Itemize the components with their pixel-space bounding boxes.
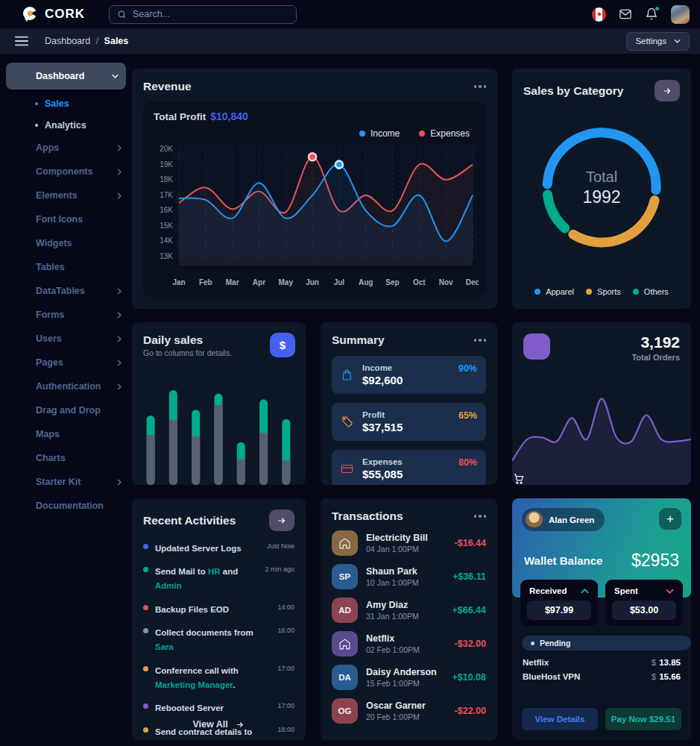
move-icon [14,404,27,417]
status-dot-icon [143,605,148,610]
summary-row-income: Income$92,600 90% [332,356,486,394]
view-details-button[interactable]: View Details [522,708,598,730]
dollar-button[interactable]: $ [270,333,295,357]
navbar-actions [592,5,690,24]
svg-text:14K: 14K [160,236,173,245]
breadcrumb-section[interactable]: Dashboard [45,36,90,46]
book-icon [14,500,27,513]
sidebar-item-charts[interactable]: Charts [0,446,132,470]
wallet-card: Alan Green + Wallet Balance $2953 Receiv… [512,498,691,740]
svg-text:Mar: Mar [226,278,239,286]
sidebar-item-apps[interactable]: Apps [0,136,132,160]
transaction-row[interactable]: DADaisy Anderson15 Feb 1:00PM +$10.08 [332,665,486,690]
pie-icon [14,452,27,465]
sidebar-item-dashboard[interactable]: Dashboard [6,63,126,90]
activity-row: Backup Files EOD 14:00 [143,603,294,617]
legend-item: Sports [586,287,621,296]
home-icon [332,530,358,556]
sidebar-item-font-icons[interactable]: Font Icons [0,207,132,231]
activity-time: Just Now [267,542,294,556]
transaction-row[interactable]: Electricity Bill04 Jan 1:00PM -$16.44 [332,530,486,556]
svg-text:19K: 19K [160,160,173,169]
view-all-link[interactable]: View All [132,719,306,730]
chevron-down-icon [112,74,119,78]
chevron-right-icon [117,360,122,366]
sidebar-item-datatables[interactable]: DataTables [0,279,132,303]
transaction-row[interactable]: SPShaun Park10 Jan 1:00PM +$36.11 [332,564,486,589]
svg-text:Apr: Apr [253,278,265,286]
wallet-user-avatar [526,511,543,528]
transaction-amount: +$66.44 [452,605,486,615]
summary-title: Summary [332,333,385,347]
lock-icon [14,380,27,393]
sidebar-item-maps[interactable]: Maps [0,422,132,446]
mail-icon[interactable] [619,7,632,21]
transactions-title: Transactions [332,510,403,523]
chevron-up-icon [581,589,589,594]
sidebar-item-authentication[interactable]: Authentication [0,374,132,398]
terminal-icon [14,476,27,489]
svg-text:May: May [279,278,294,286]
transaction-amount: -$32.00 [455,639,486,649]
cart-button[interactable] [523,333,550,360]
transaction-list: Electricity Bill04 Jan 1:00PM -$16.44SPS… [332,530,486,724]
hamburger-menu-icon[interactable] [15,36,28,46]
transaction-row[interactable]: ADAmy Diaz31 Jan 1:00PM +$66.44 [332,598,486,623]
sidebar-item-pages[interactable]: Pages [0,351,132,374]
svg-text:Nov: Nov [439,278,453,286]
transaction-row[interactable]: OGOscar Garner20 Feb 1:00PM -$22.00 [332,698,486,724]
wallet-user-pill[interactable]: Alan Green [522,508,605,531]
initials-badge: OG [332,698,358,724]
summary-percent: 90% [458,363,477,374]
user-avatar[interactable] [671,5,690,24]
tag-icon [341,416,353,428]
sidebar-item-components[interactable]: Components [0,160,132,184]
arrow-right-button[interactable] [655,80,680,101]
legend-item: Apparel [535,287,574,296]
sidebar-item-drag-and-drop[interactable]: Drag and Drop [0,398,132,422]
add-button[interactable]: + [659,508,681,530]
summary-percent: 65% [458,410,477,421]
spent-panel[interactable]: Spent $53.00 [605,580,683,626]
sidebar-item-tables[interactable]: Tables [0,255,132,279]
sidebar-item-users[interactable]: Users [0,327,132,351]
sidebar-item-forms[interactable]: Forms [0,303,132,327]
sidebar: DashboardSalesAnalyticsAppsComponentsEle… [0,54,132,746]
language-flag-icon[interactable] [592,7,606,22]
svg-text:18K: 18K [160,175,173,184]
svg-text:Jun: Jun [306,278,319,286]
sidebar-item-starter-kit[interactable]: Starter Kit [0,470,132,494]
box-icon [14,166,27,178]
sidebar-item-sales[interactable]: Sales [0,93,132,114]
notifications-bell-icon[interactable] [645,7,658,21]
transaction-row[interactable]: Netflix02 Feb 1:00PM -$32.00 [332,631,486,656]
search-input[interactable] [133,9,288,19]
transaction-amount: -$22.00 [455,706,486,716]
chevron-right-icon [117,383,122,390]
table-icon [14,261,27,274]
summary-card: Summary Income$92,600 90% Profit$37,515 … [321,322,497,485]
sidebar-item-widgets[interactable]: Widgets [0,231,132,255]
activity-time: 16:00 [277,627,294,654]
chevron-right-icon [117,288,122,295]
activity-list: Updated Server Logs Just Now Send Mail t… [143,542,294,740]
sidebar-item-documentation[interactable]: Documentation [0,494,132,518]
received-amount: $97.99 [527,601,591,620]
sidebar-item-analytics[interactable]: Analytics [0,114,132,136]
svg-text:16K: 16K [160,206,173,214]
sidebar-item-elements[interactable]: Elements [0,184,132,207]
activity-row: Collect documents from Sara 16:00 [143,626,294,654]
search-box[interactable] [109,5,297,24]
wallet-balance-value: $2953 [631,551,679,571]
search-icon [117,10,127,19]
ellipsis-menu-icon[interactable] [474,82,487,91]
ellipsis-menu-icon[interactable] [474,512,487,521]
ellipsis-menu-icon[interactable] [474,336,487,345]
monitor-icon [14,237,27,250]
activity-time: 17:00 [277,702,294,715]
settings-button[interactable]: Settings [626,32,690,51]
revenue-card: Revenue Total Profit$10,840 IncomeExpens… [132,69,497,309]
pay-now-button[interactable]: Pay Now $29.51 [605,708,681,730]
received-panel[interactable]: Received $97.99 [520,580,598,626]
arrow-right-button[interactable] [269,510,294,531]
